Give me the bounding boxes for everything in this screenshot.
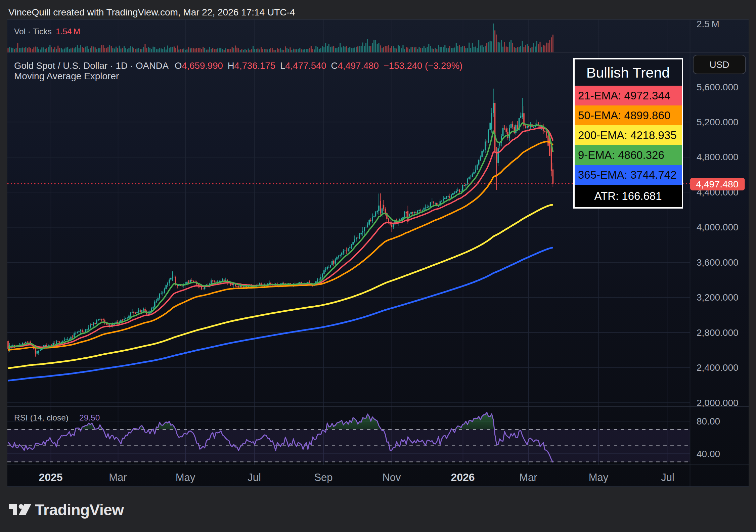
svg-text:5,200.000: 5,200.000: [697, 117, 739, 127]
svg-text:4,000.000: 4,000.000: [697, 222, 739, 232]
svg-text:1.54 M: 1.54 M: [56, 27, 80, 36]
svg-text:9-EMA: 4860.326: 9-EMA: 4860.326: [578, 149, 664, 161]
svg-text:May: May: [176, 472, 195, 483]
svg-text:Jul: Jul: [661, 472, 674, 483]
svg-text:3,600.000: 3,600.000: [697, 257, 739, 268]
svg-text:2,400.000: 2,400.000: [697, 362, 739, 373]
svg-text:Mar: Mar: [519, 472, 537, 483]
svg-text:5,600.000: 5,600.000: [697, 82, 739, 92]
svg-text:Jul: Jul: [248, 472, 261, 483]
svg-text:50-EMA: 4899.860: 50-EMA: 4899.860: [578, 109, 670, 122]
svg-text:4,800.000: 4,800.000: [697, 152, 739, 162]
svg-text:Vol · Ticks: Vol · Ticks: [14, 27, 52, 36]
svg-text:2025: 2025: [39, 471, 62, 483]
svg-text:2.5 M: 2.5 M: [697, 19, 719, 29]
svg-text:Mar: Mar: [109, 472, 127, 483]
svg-text:365-EMA: 3744.742: 365-EMA: 3744.742: [578, 169, 677, 181]
svg-text:Nov: Nov: [382, 472, 401, 483]
svg-text:2,000.000: 2,000.000: [697, 398, 739, 408]
svg-text:2026: 2026: [451, 471, 475, 483]
svg-text:40.00: 40.00: [697, 449, 720, 459]
svg-text:21-EMA: 4972.344: 21-EMA: 4972.344: [578, 89, 670, 102]
svg-text:29.50: 29.50: [79, 413, 100, 422]
svg-text:80.00: 80.00: [697, 416, 720, 427]
svg-text:3,200.000: 3,200.000: [697, 292, 739, 303]
svg-text:4,497.480: 4,497.480: [696, 179, 739, 189]
svg-text:Gold Spot / U.S. Dollar · 1D ·: Gold Spot / U.S. Dollar · 1D · OANDAO4,6…: [14, 60, 462, 71]
svg-text:TradingView: TradingView: [35, 501, 124, 519]
svg-text:ATR: 166.681: ATR: 166.681: [594, 190, 662, 202]
svg-text:Bullish Trend: Bullish Trend: [586, 64, 670, 81]
svg-text:May: May: [589, 472, 609, 483]
svg-text:Sep: Sep: [314, 472, 332, 483]
svg-text:2,800.000: 2,800.000: [697, 327, 739, 338]
svg-text:RSI (14, close): RSI (14, close): [14, 413, 69, 422]
svg-text:USD: USD: [709, 59, 729, 70]
svg-text:VinceQuill created with Tradin: VinceQuill created with TradingView.com,…: [8, 7, 295, 17]
svg-text:Moving Average Explorer: Moving Average Explorer: [14, 71, 119, 81]
svg-text:200-EMA: 4218.935: 200-EMA: 4218.935: [578, 129, 677, 141]
